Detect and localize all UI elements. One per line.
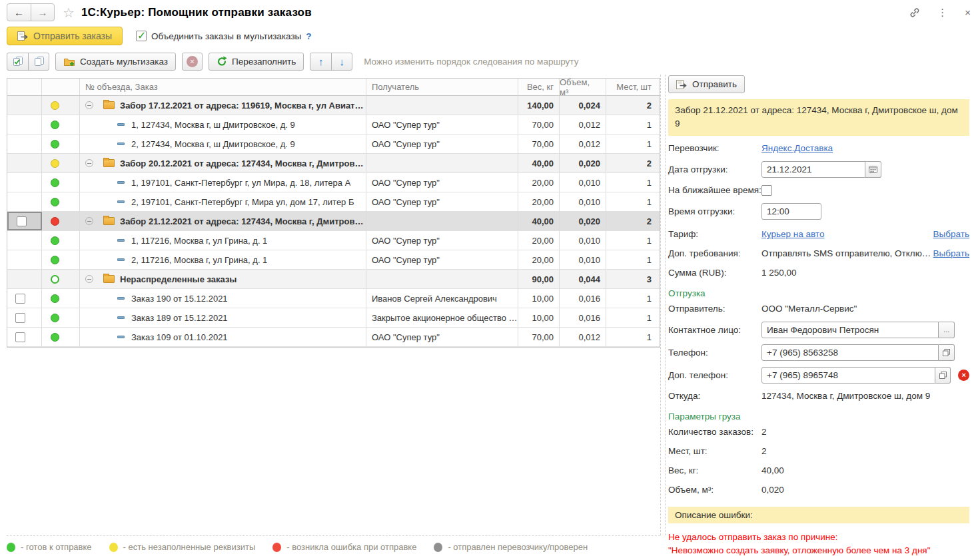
row-volume-cell: 0,024 bbox=[560, 96, 606, 115]
link-icon[interactable] bbox=[909, 7, 920, 18]
row-checkbox-cell bbox=[7, 212, 42, 230]
ship-date-input[interactable] bbox=[761, 161, 865, 178]
row-checkbox[interactable] bbox=[15, 313, 25, 323]
row-checkbox-cell bbox=[7, 231, 42, 250]
table-row-order[interactable]: Заказ 109 от 01.10.2021ОАО "Супер тур"70… bbox=[7, 328, 660, 347]
collapse-icon[interactable] bbox=[85, 275, 93, 283]
favorite-star-icon[interactable]: ☆ bbox=[63, 5, 75, 21]
check-all-button[interactable] bbox=[7, 53, 28, 70]
folder-icon bbox=[103, 275, 115, 283]
create-multiorder-button[interactable]: Создать мультизаказ bbox=[55, 53, 176, 71]
phone-open-icon[interactable] bbox=[939, 344, 955, 361]
status-dot-green bbox=[51, 198, 59, 206]
order-dash-icon bbox=[117, 316, 125, 319]
row-order-cell: 1, 127434, Москва г, ш Дмитровское, д. 9 bbox=[80, 115, 366, 134]
contact-input[interactable] bbox=[761, 322, 939, 338]
row-checkbox-cell bbox=[7, 289, 42, 308]
table-row-order[interactable]: 1, 117216, Москва г, ул Грина, д. 1ОАО "… bbox=[7, 231, 660, 250]
row-recipient-cell bbox=[366, 154, 518, 172]
column-header-volume[interactable]: Объем, м³ bbox=[560, 79, 606, 95]
arrow-down-icon: ↓ bbox=[339, 56, 344, 67]
row-checkbox[interactable] bbox=[15, 294, 25, 304]
row-order-cell: 2, 197101, Санкт-Петербург г, Мира ул, д… bbox=[80, 192, 366, 211]
cancel-sending-button[interactable]: × bbox=[182, 53, 203, 71]
sender-value: ООО "Металл-Сервис" bbox=[761, 304, 857, 314]
column-header-order[interactable]: № объезда, Заказ bbox=[80, 79, 366, 95]
column-header-weight[interactable]: Вес, кг bbox=[518, 79, 560, 95]
table-row-order[interactable]: Заказ 190 от 15.12.2021Иванов Сергей Але… bbox=[7, 289, 660, 308]
row-checkbox-cell bbox=[7, 192, 42, 211]
calendar-icon[interactable] bbox=[865, 161, 881, 178]
column-header-checkbox bbox=[7, 79, 42, 95]
error-text: Не удалось отправить заказ по причине: "… bbox=[668, 531, 969, 556]
row-checkbox[interactable] bbox=[15, 332, 25, 342]
row-checkbox-cell bbox=[7, 270, 42, 288]
table-row-order[interactable]: 2, 197101, Санкт-Петербург г, Мира ул, д… bbox=[7, 192, 660, 212]
order-text: 2, 197101, Санкт-Петербург г, Мира ул, д… bbox=[131, 197, 354, 207]
column-header-places[interactable]: Мест, шт bbox=[606, 79, 657, 95]
row-places-cell: 1 bbox=[606, 250, 657, 269]
collapse-icon[interactable] bbox=[85, 217, 93, 225]
row-weight-cell: 70,00 bbox=[518, 115, 560, 134]
order-text: Забор 17.12.2021 от адреса: 119619, Моск… bbox=[120, 101, 364, 111]
back-button[interactable]: ← bbox=[7, 4, 31, 21]
row-places-cell: 1 bbox=[606, 192, 657, 211]
table-body: Забор 17.12.2021 от адреса: 119619, Моск… bbox=[7, 96, 660, 347]
row-weight-cell: 10,00 bbox=[518, 308, 560, 327]
row-weight-cell: 20,00 bbox=[518, 173, 560, 192]
forward-button[interactable]: → bbox=[31, 4, 54, 21]
row-checkbox[interactable] bbox=[17, 216, 27, 226]
row-weight-cell: 20,00 bbox=[518, 250, 560, 269]
uncheck-all-button[interactable] bbox=[28, 53, 49, 70]
table-row-order[interactable]: 2, 127434, Москва г, ш Дмитровское, д. 9… bbox=[7, 135, 660, 154]
row-order-cell: 2, 117216, Москва г, ул Грина, д. 1 bbox=[80, 250, 366, 269]
panel-splitter[interactable] bbox=[660, 75, 666, 535]
shipment-panel: Отправить Забор 21.12.2021 от адреса: 12… bbox=[668, 75, 969, 556]
table-row-order[interactable]: 2, 117216, Москва г, ул Грина, д. 1ОАО "… bbox=[7, 250, 660, 270]
row-weight-cell: 140,00 bbox=[518, 96, 560, 115]
merge-orders-checkbox[interactable] bbox=[136, 31, 147, 41]
row-volume-cell: 0,016 bbox=[560, 289, 606, 308]
ship-time-input[interactable] bbox=[761, 203, 821, 220]
collapse-icon[interactable] bbox=[85, 101, 93, 109]
close-icon[interactable]: × bbox=[965, 7, 971, 18]
send-orders-button[interactable]: Отправить заказы bbox=[7, 27, 123, 45]
folder-icon bbox=[103, 217, 115, 225]
order-text: Нераспределенные заказы bbox=[120, 274, 237, 284]
order-dash-icon bbox=[117, 297, 125, 300]
shipping-section-header: Отгрузка bbox=[668, 288, 969, 298]
legend-item: - отправлен перевозчику/проверен bbox=[434, 542, 588, 552]
send-button[interactable]: Отправить bbox=[668, 75, 745, 93]
row-recipient-cell: ОАО "Супер тур" bbox=[366, 250, 518, 269]
column-header-recipient[interactable]: Получатель bbox=[366, 79, 518, 95]
carrier-link[interactable]: Яндекс.Доставка bbox=[761, 143, 833, 153]
sum-value: 1 250,00 bbox=[761, 268, 797, 278]
table-row-group[interactable]: Забор 20.12.2021 от адреса: 127434, Моск… bbox=[7, 154, 660, 173]
contact-more-button[interactable]: ... bbox=[939, 322, 955, 338]
list-toolbar: Создать мультизаказ × Перезаполнить ↑ ↓ … bbox=[7, 52, 578, 71]
collapse-icon[interactable] bbox=[85, 159, 93, 167]
tariff-choose-link[interactable]: Выбрать bbox=[933, 229, 969, 239]
phone2-open-icon[interactable] bbox=[935, 367, 951, 384]
refill-button[interactable]: Перезаполнить bbox=[209, 53, 304, 71]
row-checkbox-cell bbox=[7, 96, 42, 115]
table-row-group[interactable]: Забор 17.12.2021 от адреса: 119619, Моск… bbox=[7, 96, 660, 115]
table-row-order[interactable]: 1, 127434, Москва г, ш Дмитровское, д. 9… bbox=[7, 115, 660, 135]
help-icon[interactable]: ? bbox=[306, 31, 311, 41]
phone-input[interactable] bbox=[761, 344, 939, 361]
tariff-link[interactable]: Курьер на авто bbox=[761, 229, 824, 239]
table-row-order[interactable]: Заказ 189 от 15.12.2021Закрытое акционер… bbox=[7, 308, 660, 328]
phone2-label: Доп. телефон: bbox=[668, 370, 761, 380]
clear-phone2-icon[interactable]: × bbox=[958, 370, 969, 381]
requirements-choose-link[interactable]: Выбрать bbox=[933, 248, 969, 258]
table-row-group[interactable]: Забор 21.12.2021 от адреса: 127434, Моск… bbox=[7, 212, 660, 231]
move-down-button[interactable]: ↓ bbox=[331, 53, 352, 70]
move-up-button[interactable]: ↑ bbox=[310, 53, 331, 70]
table-row-group[interactable]: Нераспределенные заказы90,000,0443 bbox=[7, 270, 660, 289]
ship-date-label: Дата отгрузки: bbox=[668, 164, 761, 174]
phone2-input[interactable] bbox=[761, 367, 935, 384]
table-row-order[interactable]: 1, 197101, Санкт-Петербург г, ул Мира, д… bbox=[7, 173, 660, 192]
more-menu-icon[interactable]: ⋮ bbox=[937, 7, 947, 19]
cancel-icon: × bbox=[187, 56, 198, 67]
asap-checkbox[interactable] bbox=[761, 185, 772, 196]
